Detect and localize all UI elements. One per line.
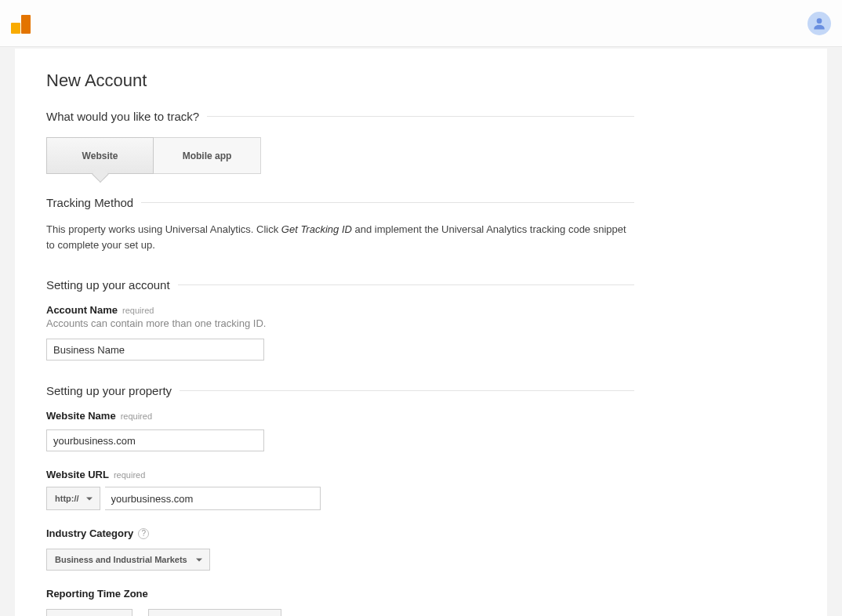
- account-name-input[interactable]: [46, 339, 264, 361]
- website-url-required: required: [114, 470, 145, 480]
- account-name-field: Account Name required Accounts can conta…: [46, 304, 634, 361]
- tracking-method-label: Tracking Method: [46, 196, 133, 209]
- protocol-value: http://: [55, 494, 79, 503]
- timezone-country-select[interactable]: United States: [46, 609, 132, 616]
- protocol-select[interactable]: http://: [46, 487, 100, 510]
- tab-website[interactable]: Website: [46, 137, 154, 174]
- property-setup-label: Setting up your property: [46, 384, 172, 397]
- page-body: New Account What would you like to track…: [0, 47, 842, 616]
- account-name-required: required: [122, 306, 154, 315]
- section-track-label: What would you like to track?: [46, 110, 199, 123]
- website-url-label: Website URL: [46, 469, 109, 480]
- chevron-down-icon: [196, 559, 202, 562]
- website-name-label: Website Name: [46, 410, 116, 422]
- section-property-heading: Setting up your property: [46, 384, 634, 397]
- page-title: New Account: [46, 71, 634, 91]
- industry-category-select[interactable]: Business and Industrial Markets: [46, 549, 210, 571]
- tracking-desc-em: Get Tracking ID: [281, 223, 352, 235]
- account-setup-label: Setting up your account: [46, 278, 170, 292]
- chevron-down-icon: [86, 498, 93, 501]
- section-tracking-method-heading: Tracking Method: [46, 196, 634, 209]
- website-url-field: Website URL required http://: [46, 469, 634, 510]
- main-card: New Account What would you like to track…: [15, 49, 827, 616]
- website-name-required: required: [121, 411, 152, 421]
- top-bar: [0, 0, 842, 47]
- account-name-hint: Accounts can contain more than one track…: [46, 317, 634, 329]
- website-url-input[interactable]: [105, 487, 321, 510]
- tracking-desc-part1: This property works using Universal Anal…: [46, 223, 281, 235]
- timezone-select[interactable]: (GMT-08:00) Pacific Time: [148, 609, 281, 616]
- tab-mobile-label: Mobile app: [183, 150, 232, 161]
- account-name-label: Account Name: [46, 304, 118, 316]
- reporting-timezone-label: Reporting Time Zone: [46, 588, 148, 600]
- help-icon[interactable]: ?: [138, 528, 149, 539]
- industry-category-value: Business and Industrial Markets: [55, 555, 187, 564]
- track-type-tabs: Website Mobile app: [46, 137, 634, 174]
- user-avatar[interactable]: [808, 12, 831, 35]
- website-name-input[interactable]: [46, 429, 264, 451]
- tracking-method-description: This property works using Universal Anal…: [46, 222, 634, 253]
- person-icon: [811, 16, 827, 31]
- svg-point-0: [817, 18, 822, 24]
- analytics-logo-icon: [11, 13, 31, 34]
- industry-category-label: Industry Category: [46, 527, 133, 539]
- tab-mobile-app[interactable]: Mobile app: [154, 137, 261, 174]
- section-track-heading: What would you like to track?: [46, 110, 634, 123]
- website-name-field: Website Name required: [46, 410, 634, 451]
- tab-website-label: Website: [82, 150, 118, 161]
- industry-category-field: Industry Category ? Business and Industr…: [46, 527, 634, 571]
- section-account-heading: Setting up your account: [46, 278, 634, 292]
- reporting-timezone-field: Reporting Time Zone United States (GMT-0…: [46, 588, 634, 616]
